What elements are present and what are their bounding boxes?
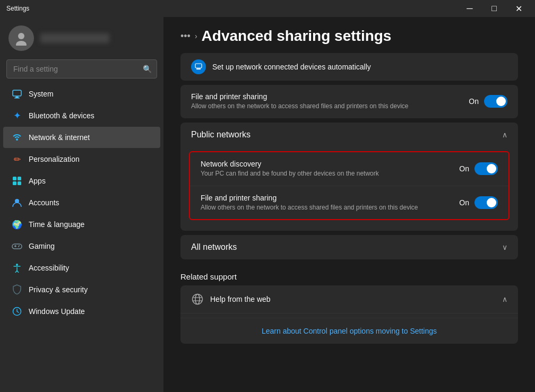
public-networks-highlighted: Network discovery Your PC can find and b… bbox=[189, 151, 510, 221]
sidebar-item-accessibility[interactable]: Accessibility bbox=[3, 257, 160, 278]
support-card: Help from the web ∧ Learn about Control … bbox=[180, 285, 518, 344]
svg-rect-19 bbox=[196, 68, 201, 69]
related-support-section: Related support bbox=[180, 272, 518, 344]
help-from-web-left: Help from the web bbox=[191, 293, 271, 306]
sidebar-item-apps[interactable]: Apps bbox=[3, 170, 160, 191]
sidebar-item-accounts-label: Accounts bbox=[29, 198, 59, 207]
file-printer-top-row: File and printer sharing Allow others on… bbox=[180, 85, 518, 118]
file-printer-top-toggle[interactable] bbox=[484, 95, 507, 108]
svg-point-20 bbox=[193, 294, 203, 304]
avatar bbox=[8, 25, 34, 51]
sidebar-item-accessibility-label: Accessibility bbox=[29, 264, 69, 272]
help-web-chevron: ∧ bbox=[502, 295, 507, 303]
sidebar-item-personalization-label: Personalization bbox=[29, 155, 80, 163]
maximize-button[interactable]: □ bbox=[482, 0, 506, 17]
sidebar-item-system-label: System bbox=[29, 90, 54, 98]
help-from-web-row[interactable]: Help from the web ∧ bbox=[180, 285, 518, 313]
svg-rect-4 bbox=[14, 98, 20, 99]
network-discovery-toggle-label: On bbox=[459, 164, 469, 173]
sidebar-item-network[interactable]: Network & internet bbox=[3, 127, 160, 148]
sidebar-item-time[interactable]: 🌍 Time & language bbox=[3, 214, 160, 235]
sidebar-item-windows-update-label: Windows Update bbox=[29, 307, 85, 316]
profile-section bbox=[0, 17, 163, 57]
title-bar: Settings ─ □ ✕ bbox=[0, 0, 535, 17]
file-printer-public-toggle[interactable] bbox=[474, 196, 498, 209]
apps-icon bbox=[12, 176, 22, 186]
svg-point-14 bbox=[19, 245, 20, 246]
content-area: ••• › Advanced sharing settings Set up n… bbox=[163, 17, 535, 392]
file-printer-top-text: File and printer sharing Allow others on… bbox=[191, 92, 409, 111]
sidebar-item-bluetooth-label: Bluetooth & devices bbox=[29, 111, 94, 120]
sidebar-item-privacy[interactable]: Privacy & security bbox=[3, 279, 160, 300]
help-web-icon bbox=[191, 293, 204, 306]
system-icon bbox=[12, 89, 22, 99]
svg-rect-6 bbox=[13, 177, 16, 180]
network-discovery-text: Network discovery Your PC can find and b… bbox=[201, 160, 379, 178]
svg-point-1 bbox=[16, 41, 27, 46]
svg-point-16 bbox=[16, 264, 18, 266]
sidebar-item-bluetooth[interactable]: ✦ Bluetooth & devices bbox=[3, 105, 160, 126]
network-discovery-desc: Your PC can find and be found by other d… bbox=[201, 169, 379, 178]
time-icon: 🌍 bbox=[12, 219, 22, 230]
network-icon bbox=[12, 132, 22, 143]
network-devices-row: Set up network connected devices automat… bbox=[180, 53, 518, 81]
sidebar-item-system[interactable]: System bbox=[3, 83, 160, 104]
file-printer-public-label: File and printer sharing bbox=[201, 194, 418, 202]
accessibility-icon bbox=[12, 263, 22, 273]
file-printer-public-right: On bbox=[459, 196, 498, 209]
app-body: 🔍 System ✦ Bluetooth & devices bbox=[0, 17, 535, 392]
sidebar-item-gaming-label: Gaming bbox=[29, 242, 55, 250]
title-bar-left: Settings bbox=[6, 5, 29, 12]
settings-title: Settings bbox=[6, 5, 29, 12]
network-discovery-label: Network discovery bbox=[201, 160, 379, 168]
file-printer-public-toggle-label: On bbox=[459, 198, 469, 207]
settings-container: Set up network connected devices automat… bbox=[163, 53, 535, 361]
network-devices-label: Set up network connected devices automat… bbox=[212, 63, 371, 71]
file-printer-public-desc: Allow others on the network to access sh… bbox=[201, 203, 418, 212]
search-input[interactable] bbox=[6, 59, 157, 79]
breadcrumb-arrow: › bbox=[195, 32, 197, 40]
sidebar-item-privacy-label: Privacy & security bbox=[29, 285, 88, 294]
all-networks-header[interactable]: All networks ∨ bbox=[180, 235, 518, 259]
file-printer-top-desc: Allow others on the network to access sh… bbox=[191, 102, 409, 111]
all-networks-title: All networks bbox=[191, 242, 237, 252]
file-printer-public-text: File and printer sharing Allow others on… bbox=[201, 194, 418, 212]
all-networks-chevron: ∨ bbox=[502, 243, 507, 251]
windows-update-icon bbox=[12, 306, 22, 317]
file-printer-top-right: On bbox=[469, 95, 507, 108]
sidebar-item-time-label: Time & language bbox=[29, 220, 84, 229]
file-printer-top-toggle-label: On bbox=[469, 97, 479, 106]
sidebar-item-accounts[interactable]: Accounts bbox=[3, 192, 160, 213]
svg-rect-11 bbox=[12, 244, 22, 249]
file-printer-top-card: File and printer sharing Allow others on… bbox=[180, 85, 518, 118]
sidebar-item-personalization[interactable]: ✏ Personalization bbox=[3, 149, 160, 170]
public-networks-header[interactable]: Public networks ∧ bbox=[180, 123, 518, 147]
page-title: Advanced sharing settings bbox=[202, 28, 392, 45]
all-networks-card: All networks ∨ bbox=[180, 235, 518, 259]
file-printer-top-label: File and printer sharing bbox=[191, 92, 409, 101]
sidebar-item-apps-label: Apps bbox=[29, 177, 46, 185]
public-networks-card: Public networks ∧ Network discovery Your… bbox=[180, 123, 518, 231]
minimize-button[interactable]: ─ bbox=[458, 0, 482, 17]
svg-rect-8 bbox=[13, 181, 16, 185]
network-discovery-toggle[interactable] bbox=[474, 162, 498, 175]
network-devices-icon bbox=[191, 59, 206, 74]
public-networks-chevron-up: ∧ bbox=[502, 130, 507, 139]
network-discovery-right: On bbox=[459, 162, 498, 175]
content-header: ••• › Advanced sharing settings bbox=[163, 17, 535, 53]
svg-rect-9 bbox=[18, 181, 21, 185]
title-bar-controls: ─ □ ✕ bbox=[458, 0, 531, 17]
breadcrumb-dots[interactable]: ••• bbox=[180, 31, 191, 42]
svg-point-0 bbox=[18, 33, 24, 39]
file-printer-public-row: File and printer sharing Allow others on… bbox=[190, 186, 508, 220]
svg-rect-7 bbox=[18, 177, 21, 180]
accounts-icon bbox=[12, 197, 22, 208]
sidebar-item-windows-update[interactable]: Windows Update bbox=[3, 301, 160, 322]
control-panel-link[interactable]: Learn about Control panel options moving… bbox=[262, 327, 437, 335]
close-button[interactable]: ✕ bbox=[506, 0, 531, 17]
sidebar-item-gaming[interactable]: Gaming bbox=[3, 236, 160, 257]
sidebar-item-network-label: Network & internet bbox=[29, 133, 90, 142]
public-networks-title: Public networks bbox=[191, 130, 251, 140]
svg-point-21 bbox=[195, 294, 200, 304]
search-box: 🔍 bbox=[6, 59, 157, 79]
